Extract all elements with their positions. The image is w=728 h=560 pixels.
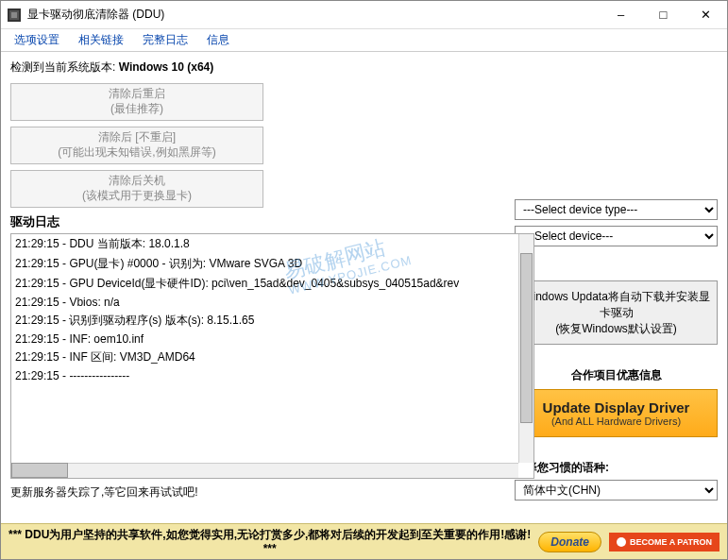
window-title: 显卡驱动彻底清除器 (DDU)	[27, 7, 600, 23]
maximize-button[interactable]: □	[642, 1, 685, 28]
minimize-button[interactable]: –	[600, 1, 642, 28]
btn3-line2: (该模式用于更换显卡)	[82, 189, 192, 204]
update-display-driver-button[interactable]: Update Display Driver (And ALL Hardware …	[515, 389, 718, 437]
menu-options[interactable]: 选项设置	[5, 29, 69, 51]
windows-update-button[interactable]: Windows Updata将自动下载并安装显卡驱动 (恢复Windows默认设…	[515, 280, 718, 345]
log-line[interactable]: 21:29:15 - GPU DeviceId(显卡硬件ID): pci\ven…	[11, 274, 533, 294]
log-line[interactable]: 21:29:15 - DDU 当前版本: 18.0.1.8	[11, 234, 533, 254]
log-line[interactable]: 21:29:15 - 识别到驱动程序(s) 版本(s): 8.15.1.65	[11, 311, 533, 331]
log-line[interactable]: 21:29:15 - ----------------	[11, 367, 533, 384]
patreon-icon	[617, 537, 626, 547]
menubar: 选项设置 相关链接 完整日志 信息	[1, 29, 727, 52]
donate-button[interactable]: Donate	[538, 532, 601, 552]
btn1-line1: 清除后重启	[109, 87, 165, 102]
footer: *** DDU为用户坚持的共享软件,如您觉得实用,无论打赏多少,都将对后续的开发…	[1, 523, 727, 559]
clean-restart-button[interactable]: 清除后重启 (最佳推荐)	[10, 83, 263, 121]
main-content: 检测到当前系统版本: Windows 10 (x64) 清除后重启 (最佳推荐)…	[1, 52, 727, 501]
log-section-title: 驱动日志	[10, 213, 499, 230]
os-detection: 检测到当前系统版本: Windows 10 (x64)	[10, 59, 499, 76]
log-box[interactable]: 21:29:15 - DDU 当前版本: 18.0.1.821:29:15 - …	[10, 233, 534, 479]
log-lines: 21:29:15 - DDU 当前版本: 18.0.1.821:29:15 - …	[11, 234, 533, 384]
language-label: 选择您习惯的语种:	[515, 460, 718, 476]
status-line: 更新服务器失踪了,等它回来再试试吧!	[10, 484, 499, 501]
wu-line2: (恢复Windows默认设置)	[519, 321, 713, 337]
svg-rect-2	[11, 12, 17, 18]
footer-text: *** DDU为用户坚持的共享软件,如您觉得实用,无论打赏多少,都将对后续的开发…	[8, 528, 531, 555]
scroll-thumb-h[interactable]	[11, 463, 68, 478]
device-select[interactable]: ---Select device---	[515, 226, 718, 246]
btn2-line1: 清除后 [不重启]	[98, 130, 176, 145]
patreon-label: BECOME A PATRON	[630, 537, 712, 547]
menu-info[interactable]: 信息	[197, 29, 239, 51]
device-type-row: ---Select device type---	[515, 199, 718, 220]
scroll-thumb-v[interactable]	[520, 253, 533, 423]
ddb-line2: (And ALL Hardware Drivers)	[519, 416, 713, 427]
titlebar: 显卡驱动彻底清除器 (DDU) – □ ✕	[1, 1, 727, 29]
btn3-line1: 清除后关机	[109, 174, 165, 189]
window-controls: – □ ✕	[600, 1, 727, 28]
menu-links[interactable]: 相关链接	[69, 29, 133, 51]
scrollbar-vertical[interactable]	[518, 234, 533, 463]
scrollbar-horizontal[interactable]	[11, 463, 518, 478]
os-label: 检测到当前系统版本:	[10, 60, 119, 74]
log-line[interactable]: 21:29:15 - Vbios: n/a	[11, 294, 533, 311]
log-line[interactable]: 21:29:15 - INF 区间: VM3D_AMD64	[11, 348, 533, 367]
language-select[interactable]: 简体中文(CHN)	[515, 480, 718, 501]
device-row: ---Select device---	[515, 226, 718, 246]
ddb-line1: Update Display Driver	[519, 399, 713, 416]
close-button[interactable]: ✕	[685, 1, 727, 28]
wu-line1: Windows Updata将自动下载并安装显卡驱动	[519, 289, 713, 321]
menu-logs[interactable]: 完整日志	[133, 29, 197, 51]
clean-shutdown-button[interactable]: 清除后关机 (该模式用于更换显卡)	[10, 170, 263, 208]
app-icon	[7, 8, 22, 23]
left-column: 检测到当前系统版本: Windows 10 (x64) 清除后重启 (最佳推荐)…	[10, 59, 499, 501]
patreon-button[interactable]: BECOME A PATRON	[609, 533, 720, 552]
os-value: Windows 10 (x64)	[119, 60, 214, 74]
log-line[interactable]: 21:29:15 - GPU(显卡) #0000 - 识别为: VMware S…	[11, 254, 533, 274]
device-type-select[interactable]: ---Select device type---	[515, 199, 718, 220]
clean-norestart-button[interactable]: 清除后 [不重启] (可能出现未知错误,例如黑屏等)	[10, 127, 263, 164]
btn1-line2: (最佳推荐)	[110, 102, 163, 117]
partner-title: 合作项目优惠信息	[515, 367, 718, 383]
btn2-line2: (可能出现未知错误,例如黑屏等)	[58, 145, 215, 161]
right-column: ---Select device type--- ---Select devic…	[515, 59, 718, 501]
log-line[interactable]: 21:29:15 - INF: oem10.inf	[11, 331, 533, 348]
